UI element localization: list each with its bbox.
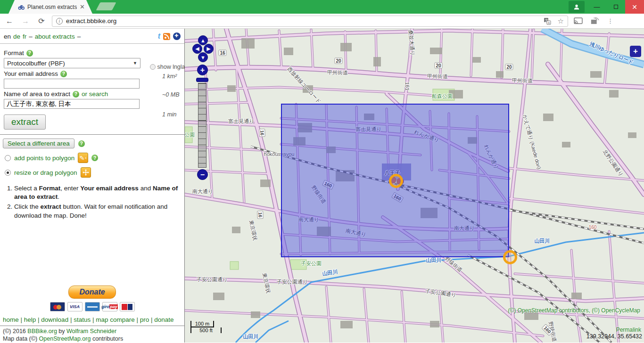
cast-icon[interactable] xyxy=(574,17,583,24)
resize-drag-label[interactable]: resize or drag polygon xyxy=(14,169,77,176)
pan-right-button[interactable]: ▶ xyxy=(204,44,214,54)
dash: – xyxy=(77,33,81,40)
forward-icon[interactable]: → xyxy=(20,17,31,25)
instruction-item: Click the extract button. Wait for email… xyxy=(14,203,180,220)
add-points-label[interactable]: add points to polygon xyxy=(14,155,74,162)
polygon-resize-handle[interactable] xyxy=(503,250,517,264)
page-info-icon[interactable]: i xyxy=(56,18,63,24)
add-points-radio[interactable] xyxy=(5,155,11,161)
format-label: Format xyxy=(4,49,24,57)
url-bar[interactable]: i extract.bbbike.org 文A ☆ xyxy=(52,16,568,27)
chevron-down-icon: ▼ xyxy=(133,61,137,65)
restore-icon[interactable] xyxy=(606,0,625,14)
zoom-in-button[interactable]: + xyxy=(197,65,208,75)
footer-link-donate[interactable]: donate xyxy=(154,316,173,323)
translate-icon[interactable]: 文A xyxy=(544,17,551,25)
twitter-icon[interactable]: t xyxy=(158,32,160,41)
copyright-line-2: Map data (©) OpenStreetMap.org contribut… xyxy=(0,335,184,343)
browser-tab-strip: Planet.osm extracts | ✕ — ✕ xyxy=(0,0,644,14)
zoom-out-button[interactable]: − xyxy=(197,169,208,180)
help-icon[interactable]: ? xyxy=(26,50,33,57)
map-scale: 100 m 500 ft xyxy=(190,321,222,333)
author-link[interactable]: Wolfram Schneider xyxy=(66,328,116,335)
lang-current: en xyxy=(4,33,11,40)
footer-links: home | help | download | status | map co… xyxy=(0,314,184,326)
zoom-slider-bar[interactable] xyxy=(198,83,206,168)
menu-dots-icon[interactable]: ⋮ xyxy=(607,20,613,22)
footer-link-status[interactable]: status xyxy=(74,316,91,323)
footer-link-map-compare[interactable]: map compare xyxy=(96,316,135,323)
stat-time: 1 min xyxy=(162,111,187,118)
bookmark-star-icon[interactable]: ☆ xyxy=(558,17,564,25)
polygon-drag-handle[interactable] xyxy=(389,174,403,188)
back-icon[interactable]: ← xyxy=(4,17,15,25)
bbbike-link[interactable]: BBBike.org xyxy=(27,328,57,335)
about-extracts-link[interactable]: about extracts xyxy=(35,33,75,40)
tv-cast-icon[interactable] xyxy=(590,17,600,24)
area-name-field[interactable] xyxy=(4,99,140,109)
payment-card-ec xyxy=(120,302,135,311)
stat-size: ~0 MB xyxy=(162,91,187,98)
help-icon[interactable]: ? xyxy=(91,155,98,161)
footer-link-help[interactable]: help xyxy=(24,316,36,323)
lang-link-fr[interactable]: fr xyxy=(23,33,26,40)
minimize-icon[interactable]: — xyxy=(587,0,606,14)
move-arrows-icon[interactable] xyxy=(81,167,91,178)
separator: | xyxy=(36,316,41,323)
sidebar: en de fr – about extracts – t Format? Pr… xyxy=(0,29,185,343)
separator: | xyxy=(19,316,24,323)
rss-icon[interactable] xyxy=(163,33,170,40)
new-tab-button[interactable] xyxy=(96,2,116,10)
url-text: extract.bbbike.org xyxy=(66,17,116,24)
pan-zoom-control: ▲ ◀ ▶ ▼ + − xyxy=(190,33,212,183)
footer-link-download[interactable]: download xyxy=(41,316,68,323)
separator: | xyxy=(91,316,96,323)
payment-cards: VISAgiropay xyxy=(0,302,184,311)
river-yamada-branch xyxy=(256,321,289,343)
area-label: Name of area to extract xyxy=(4,90,70,98)
help-icon[interactable]: ? xyxy=(60,71,67,77)
format-value: Protocolbuffer (PBF) xyxy=(7,60,65,67)
zoom-slider-handle[interactable] xyxy=(196,78,208,82)
separator: | xyxy=(68,316,74,323)
resize-drag-radio[interactable] xyxy=(5,170,11,176)
email-field[interactable] xyxy=(4,79,140,89)
footer-link-home[interactable]: home xyxy=(3,316,19,323)
help-icon[interactable]: ? xyxy=(73,91,79,98)
permalink[interactable]: Permalink xyxy=(616,327,641,333)
or-search-link[interactable]: or search xyxy=(82,90,108,98)
donate-button[interactable]: Donate xyxy=(68,286,116,299)
instruction-item: Select a Format, enter Your email addres… xyxy=(14,184,180,201)
payment-card-mastercard xyxy=(50,302,65,311)
footer-link-pro[interactable]: pro xyxy=(140,316,149,323)
payment-card-giropay: giropay xyxy=(102,302,117,311)
map-viewport[interactable]: 16202020甲州街道甲州街道甲州街道西放射線ユーロード桑並木通り161船森公… xyxy=(185,29,644,343)
profile-icon[interactable] xyxy=(569,1,585,13)
osm-link[interactable]: OpenStreetMap.org xyxy=(39,335,91,342)
show-lnglat-radio[interactable] xyxy=(150,64,156,70)
payment-card-visa: VISA xyxy=(67,302,83,311)
locate-icon[interactable] xyxy=(173,33,181,40)
mouse-coordinates: 139.32944, 35.65432 xyxy=(586,333,642,340)
pencil-add-icon[interactable]: ✎+ xyxy=(78,153,88,163)
map-attribution[interactable]: (©) OpenStreetMap contributors, (©) Open… xyxy=(508,307,640,314)
extract-button[interactable]: extract xyxy=(4,114,46,130)
close-icon[interactable]: ✕ xyxy=(625,0,644,14)
browser-tab[interactable]: Planet.osm extracts | ✕ xyxy=(8,0,92,14)
select-different-area-button[interactable]: Select a different area xyxy=(3,139,74,148)
reload-icon[interactable]: ⟳ xyxy=(36,16,47,25)
format-select[interactable]: Protocolbuffer (PBF) ▼ xyxy=(4,58,140,68)
tab-title: Planet.osm extracts | xyxy=(27,4,77,10)
show-lnglat-label: show lnglat xyxy=(157,64,187,70)
tab-close-icon[interactable]: ✕ xyxy=(80,4,85,10)
layer-switcher-button[interactable]: + xyxy=(630,46,641,57)
pan-down-button[interactable]: ▼ xyxy=(198,52,208,62)
stats-column: show lnglat 1 km² ~0 MB 1 min xyxy=(150,64,187,118)
browser-toolbar: ← → ⟳ i extract.bbbike.org 文A ☆ ⋮ xyxy=(0,14,644,29)
lang-link-de[interactable]: de xyxy=(13,33,20,40)
help-icon[interactable]: ? xyxy=(78,140,85,147)
bbbike-favicon-bike-icon xyxy=(18,3,25,10)
dash: – xyxy=(29,33,33,40)
separator: | xyxy=(135,316,140,323)
svg-text:A: A xyxy=(548,21,550,24)
